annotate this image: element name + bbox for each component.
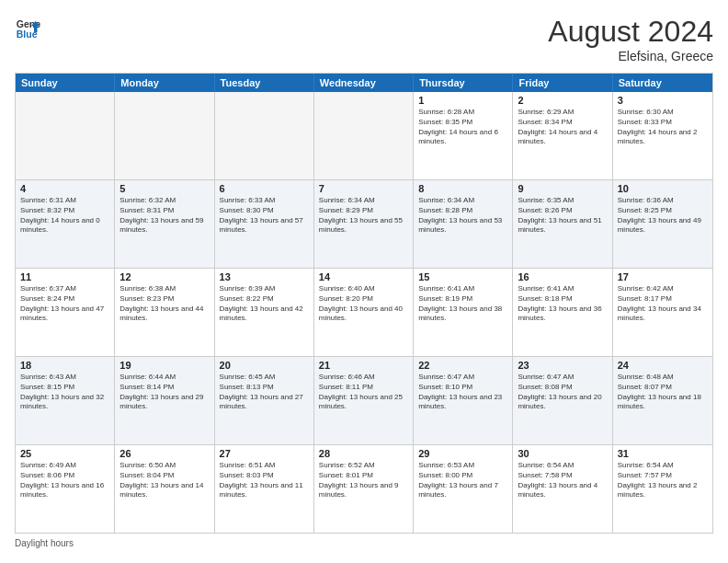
calendar-row-1: 1Sunrise: 6:28 AM Sunset: 8:35 PM Daylig… [16, 92, 712, 180]
day-number: 30 [518, 448, 607, 459]
calendar-cell-2-5: 8Sunrise: 6:34 AM Sunset: 8:28 PM Daylig… [414, 180, 513, 268]
page: General Blue August 2024 Elefsina, Greec… [0, 0, 728, 563]
cell-daylight-text: Sunrise: 6:50 AM Sunset: 8:04 PM Dayligh… [119, 461, 209, 500]
cell-daylight-text: Sunrise: 6:42 AM Sunset: 8:17 PM Dayligh… [618, 284, 708, 324]
calendar-cell-4-1: 18Sunrise: 6:43 AM Sunset: 8:15 PM Dayli… [16, 357, 115, 444]
calendar-cell-1-2 [115, 92, 214, 179]
calendar-cell-4-5: 22Sunrise: 6:47 AM Sunset: 8:10 PM Dayli… [414, 357, 513, 444]
day-header-monday: Monday [115, 74, 214, 92]
calendar-cell-1-5: 1Sunrise: 6:28 AM Sunset: 8:35 PM Daylig… [414, 92, 513, 179]
day-number: 8 [418, 183, 507, 194]
cell-daylight-text: Sunrise: 6:53 AM Sunset: 8:00 PM Dayligh… [418, 461, 507, 500]
day-header-tuesday: Tuesday [215, 74, 314, 92]
cell-daylight-text: Sunrise: 6:47 AM Sunset: 8:10 PM Dayligh… [418, 373, 507, 412]
calendar-cell-5-2: 26Sunrise: 6:50 AM Sunset: 8:04 PM Dayli… [115, 445, 214, 533]
day-number: 27 [220, 448, 309, 459]
day-number: 19 [119, 360, 209, 371]
cell-daylight-text: Sunrise: 6:36 AM Sunset: 8:25 PM Dayligh… [618, 196, 708, 236]
cell-daylight-text: Sunrise: 6:40 AM Sunset: 8:20 PM Dayligh… [319, 284, 408, 324]
cell-daylight-text: Sunrise: 6:34 AM Sunset: 8:28 PM Dayligh… [418, 196, 507, 236]
header: General Blue August 2024 Elefsina, Greec… [15, 15, 713, 63]
day-number: 31 [618, 448, 708, 459]
day-number: 18 [20, 360, 109, 371]
day-number: 17 [618, 271, 708, 282]
cell-daylight-text: Sunrise: 6:54 AM Sunset: 7:58 PM Dayligh… [518, 461, 607, 500]
logo-icon: General Blue [15, 15, 40, 40]
calendar-cell-3-1: 11Sunrise: 6:37 AM Sunset: 8:24 PM Dayli… [16, 269, 115, 356]
calendar-row-3: 11Sunrise: 6:37 AM Sunset: 8:24 PM Dayli… [16, 269, 712, 357]
day-number: 1 [418, 95, 507, 106]
day-number: 2 [518, 95, 607, 106]
cell-daylight-text: Sunrise: 6:33 AM Sunset: 8:30 PM Dayligh… [220, 196, 309, 236]
calendar-cell-1-3 [215, 92, 314, 179]
logo: General Blue [15, 15, 40, 40]
calendar-header: SundayMondayTuesdayWednesdayThursdayFrid… [16, 74, 712, 92]
cell-daylight-text: Sunrise: 6:51 AM Sunset: 8:03 PM Dayligh… [220, 461, 309, 500]
cell-daylight-text: Sunrise: 6:38 AM Sunset: 8:23 PM Dayligh… [119, 284, 209, 324]
calendar-cell-2-7: 10Sunrise: 6:36 AM Sunset: 8:25 PM Dayli… [613, 180, 712, 268]
day-number: 9 [518, 183, 607, 194]
calendar-cell-3-3: 13Sunrise: 6:39 AM Sunset: 8:22 PM Dayli… [215, 269, 314, 356]
day-header-sunday: Sunday [16, 74, 115, 92]
title-block: August 2024 Elefsina, Greece [548, 15, 713, 63]
day-number: 13 [220, 271, 309, 282]
day-number: 11 [20, 271, 109, 282]
day-header-friday: Friday [513, 74, 612, 92]
cell-daylight-text: Sunrise: 6:41 AM Sunset: 8:19 PM Dayligh… [418, 284, 507, 324]
cell-daylight-text: Sunrise: 6:47 AM Sunset: 8:08 PM Dayligh… [518, 373, 607, 412]
calendar-cell-2-2: 5Sunrise: 6:32 AM Sunset: 8:31 PM Daylig… [115, 180, 214, 268]
cell-daylight-text: Sunrise: 6:54 AM Sunset: 7:57 PM Dayligh… [618, 461, 708, 500]
day-number: 3 [618, 95, 708, 106]
calendar-cell-1-4 [314, 92, 414, 179]
day-number: 24 [618, 360, 708, 371]
calendar-cell-1-7: 3Sunrise: 6:30 AM Sunset: 8:33 PM Daylig… [613, 92, 712, 179]
location-subtitle: Elefsina, Greece [548, 49, 713, 63]
day-number: 5 [119, 183, 209, 194]
cell-daylight-text: Sunrise: 6:34 AM Sunset: 8:29 PM Dayligh… [319, 196, 408, 236]
calendar-cell-5-4: 28Sunrise: 6:52 AM Sunset: 8:01 PM Dayli… [314, 445, 414, 533]
cell-daylight-text: Sunrise: 6:31 AM Sunset: 8:32 PM Dayligh… [20, 196, 109, 236]
calendar-cell-3-2: 12Sunrise: 6:38 AM Sunset: 8:23 PM Dayli… [115, 269, 214, 356]
day-number: 22 [418, 360, 507, 371]
calendar-row-2: 4Sunrise: 6:31 AM Sunset: 8:32 PM Daylig… [16, 180, 712, 269]
calendar-cell-4-3: 20Sunrise: 6:45 AM Sunset: 8:13 PM Dayli… [215, 357, 314, 444]
calendar-cell-3-6: 16Sunrise: 6:41 AM Sunset: 8:18 PM Dayli… [513, 269, 612, 356]
calendar-cell-5-6: 30Sunrise: 6:54 AM Sunset: 7:58 PM Dayli… [513, 445, 612, 533]
day-number: 14 [319, 271, 408, 282]
calendar-cell-4-7: 24Sunrise: 6:48 AM Sunset: 8:07 PM Dayli… [613, 357, 712, 444]
calendar-row-5: 25Sunrise: 6:49 AM Sunset: 8:06 PM Dayli… [16, 445, 712, 533]
day-number: 16 [518, 271, 607, 282]
calendar-cell-5-1: 25Sunrise: 6:49 AM Sunset: 8:06 PM Dayli… [16, 445, 115, 533]
day-number: 6 [220, 183, 309, 194]
cell-daylight-text: Sunrise: 6:32 AM Sunset: 8:31 PM Dayligh… [119, 196, 209, 236]
month-year-title: August 2024 [548, 15, 713, 49]
calendar-cell-3-5: 15Sunrise: 6:41 AM Sunset: 8:19 PM Dayli… [414, 269, 513, 356]
cell-daylight-text: Sunrise: 6:30 AM Sunset: 8:33 PM Dayligh… [618, 108, 708, 147]
day-number: 28 [319, 448, 408, 459]
day-number: 26 [119, 448, 209, 459]
calendar-cell-3-4: 14Sunrise: 6:40 AM Sunset: 8:20 PM Dayli… [314, 269, 414, 356]
calendar: SundayMondayTuesdayWednesdayThursdayFrid… [15, 73, 713, 534]
calendar-cell-5-3: 27Sunrise: 6:51 AM Sunset: 8:03 PM Dayli… [215, 445, 314, 533]
cell-daylight-text: Sunrise: 6:43 AM Sunset: 8:15 PM Dayligh… [20, 373, 109, 412]
calendar-cell-3-7: 17Sunrise: 6:42 AM Sunset: 8:17 PM Dayli… [613, 269, 712, 356]
calendar-cell-1-6: 2Sunrise: 6:29 AM Sunset: 8:34 PM Daylig… [513, 92, 612, 179]
cell-daylight-text: Sunrise: 6:29 AM Sunset: 8:34 PM Dayligh… [518, 108, 607, 147]
cell-daylight-text: Sunrise: 6:35 AM Sunset: 8:26 PM Dayligh… [518, 196, 607, 236]
calendar-cell-4-6: 23Sunrise: 6:47 AM Sunset: 8:08 PM Dayli… [513, 357, 612, 444]
cell-daylight-text: Sunrise: 6:39 AM Sunset: 8:22 PM Dayligh… [220, 284, 309, 324]
day-number: 12 [119, 271, 209, 282]
calendar-cell-1-1 [16, 92, 115, 179]
day-header-thursday: Thursday [414, 74, 513, 92]
calendar-cell-5-7: 31Sunrise: 6:54 AM Sunset: 7:57 PM Dayli… [613, 445, 712, 533]
day-number: 10 [618, 183, 708, 194]
calendar-cell-2-1: 4Sunrise: 6:31 AM Sunset: 8:32 PM Daylig… [16, 180, 115, 268]
calendar-body: 1Sunrise: 6:28 AM Sunset: 8:35 PM Daylig… [16, 92, 712, 533]
day-number: 23 [518, 360, 607, 371]
calendar-cell-4-2: 19Sunrise: 6:44 AM Sunset: 8:14 PM Dayli… [115, 357, 214, 444]
cell-daylight-text: Sunrise: 6:46 AM Sunset: 8:11 PM Dayligh… [319, 373, 408, 412]
day-number: 20 [220, 360, 309, 371]
cell-daylight-text: Sunrise: 6:44 AM Sunset: 8:14 PM Dayligh… [119, 373, 209, 412]
cell-daylight-text: Sunrise: 6:52 AM Sunset: 8:01 PM Dayligh… [319, 461, 408, 500]
cell-daylight-text: Sunrise: 6:45 AM Sunset: 8:13 PM Dayligh… [220, 373, 309, 412]
